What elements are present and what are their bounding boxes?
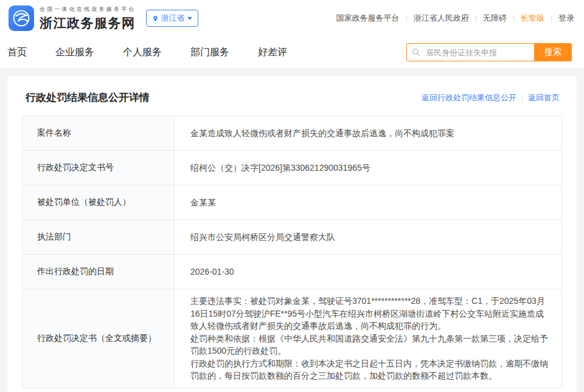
table-row: 行政处罚决定书（全文或摘要）主要违法事实：被处罚对象金某，驾驶证号3701***… bbox=[23, 289, 561, 388]
table-row: 执法部门绍兴市公安局柯桥区分局交通警察大队 bbox=[23, 220, 561, 255]
row-value-paragraph: 金某造成致人轻微伤或者财产损失的交通事故后逃逸，尚不构成犯罪案 bbox=[190, 127, 548, 140]
nav-item-4: 部门服务 bbox=[190, 46, 229, 59]
back-link-1[interactable]: 返回行政处罚结果信息公开 bbox=[422, 92, 516, 103]
nav-link-3[interactable]: 个人服务 bbox=[123, 47, 162, 57]
site-logo-icon[interactable] bbox=[9, 5, 34, 31]
search-icon bbox=[412, 48, 420, 57]
divider: | bbox=[521, 94, 523, 102]
search-button[interactable]: 搜索 bbox=[534, 43, 572, 61]
divider: | bbox=[475, 14, 477, 22]
nav-link-2[interactable]: 企业服务 bbox=[55, 47, 94, 57]
region-label: 浙江省 bbox=[161, 13, 185, 24]
row-label: 案件名称 bbox=[23, 116, 175, 150]
site-header: 全国一体化在线政务服务平台 浙江政务服务网 浙江省 国家政务服务平台|浙江省人民… bbox=[0, 0, 584, 36]
row-value: 绍柯公（交）决字[2026]第330621290031965号 bbox=[175, 151, 561, 185]
top-link-4[interactable]: 长辈版 bbox=[521, 13, 544, 24]
platform-tagline: 全国一体化在线政务服务平台 bbox=[40, 5, 136, 13]
row-value: 金某造成致人轻微伤或者财产损失的交通事故后逃逸，尚不构成犯罪案 bbox=[175, 116, 561, 150]
row-value: 绍兴市公安局柯桥区分局交通警察大队 bbox=[175, 220, 561, 254]
row-value-paragraph: 绍柯公（交）决字[2026]第330621290031965号 bbox=[190, 162, 548, 174]
nav-link-4[interactable]: 部门服务 bbox=[190, 47, 229, 57]
nav-item-2: 企业服务 bbox=[55, 46, 94, 59]
top-link-1[interactable]: 国家政务服务平台 bbox=[336, 13, 400, 24]
divider: | bbox=[551, 14, 552, 22]
card-header: 行政处罚结果信息公开详情 返回行政处罚结果信息公开|返回首页 bbox=[22, 76, 562, 115]
row-value-paragraph: 绍兴市公安局柯桥区分局交通警察大队 bbox=[190, 231, 548, 244]
divider: | bbox=[513, 14, 515, 22]
chevron-down-icon bbox=[187, 17, 192, 20]
row-value-paragraph: 金某某 bbox=[190, 196, 548, 209]
table-row: 被处罚单位（被处罚人）金某某 bbox=[23, 185, 561, 220]
row-value-paragraph: 主要违法事实：被处罚对象金某，驾驶证号3701************28，准驾… bbox=[190, 295, 548, 332]
top-link-2[interactable]: 浙江省人民政府 bbox=[414, 13, 469, 24]
nav-item-3: 个人服务 bbox=[123, 46, 162, 59]
top-links: 国家政务服务平台|浙江省人民政府|无障碍|长辈版|登录 bbox=[336, 13, 575, 24]
row-value: 金某某 bbox=[175, 185, 561, 219]
row-value: 2026-01-30 bbox=[175, 255, 561, 289]
nav-items: 首页企业服务个人服务部门服务好差评 bbox=[7, 46, 287, 59]
back-links: 返回行政处罚结果信息公开|返回首页 bbox=[422, 92, 560, 103]
top-link-3[interactable]: 无障碍 bbox=[483, 13, 507, 24]
detail-table: 案件名称金某造成致人轻微伤或者财产损失的交通事故后逃逸，尚不构成犯罪案行政处罚决… bbox=[22, 115, 562, 388]
table-row: 作出行政处罚的日期2026-01-30 bbox=[23, 255, 561, 289]
logo-text: 全国一体化在线政务服务平台 浙江政务服务网 bbox=[40, 5, 136, 32]
row-value-paragraph: 处罚种类和依据：根据《中华人民共和国道路交通安全法》第九十九条第一款第三项，决定… bbox=[190, 332, 548, 357]
row-label: 被处罚单位（被处罚人） bbox=[23, 185, 175, 219]
region-selector[interactable]: 浙江省 bbox=[146, 10, 198, 27]
page-body: 行政处罚结果信息公开详情 返回行政处罚结果信息公开|返回首页 案件名称金某造成致… bbox=[0, 69, 584, 392]
row-label: 作出行政处罚的日期 bbox=[23, 255, 175, 289]
main-nav: 首页企业服务个人服务部门服务好差评 搜索 bbox=[0, 36, 584, 69]
row-label: 行政处罚决定书（全文或摘要） bbox=[23, 289, 175, 388]
site-search: 搜索 bbox=[406, 43, 572, 61]
row-value-paragraph: 行政处罚的执行方式和期限：收到本决定书之日起十五日内，凭本决定书缴纳罚款，逾期不… bbox=[190, 357, 548, 382]
search-input[interactable] bbox=[425, 47, 529, 58]
row-value-paragraph: 2026-01-30 bbox=[190, 266, 548, 278]
site-name: 浙江政务服务网 bbox=[40, 15, 136, 32]
divider: | bbox=[406, 14, 408, 22]
row-label: 执法部门 bbox=[23, 220, 175, 254]
top-link-5[interactable]: 登录 bbox=[558, 13, 574, 24]
location-pin-icon bbox=[152, 15, 159, 22]
logo-group: 全国一体化在线政务服务平台 浙江政务服务网 浙江省 bbox=[9, 5, 198, 32]
search-field[interactable] bbox=[406, 43, 534, 61]
detail-card: 行政处罚结果信息公开详情 返回行政处罚结果信息公开|返回首页 案件名称金某造成致… bbox=[7, 76, 577, 392]
page-title: 行政处罚结果信息公开详情 bbox=[26, 91, 150, 105]
nav-link-1[interactable]: 首页 bbox=[7, 47, 27, 57]
row-value: 主要违法事实：被处罚对象金某，驾驶证号3701************28，准驾… bbox=[175, 289, 561, 388]
table-row: 案件名称金某造成致人轻微伤或者财产损失的交通事故后逃逸，尚不构成犯罪案 bbox=[23, 116, 561, 151]
nav-link-5[interactable]: 好差评 bbox=[258, 47, 287, 57]
row-label: 行政处罚决定文书号 bbox=[23, 151, 175, 185]
nav-item-1: 首页 bbox=[7, 46, 27, 59]
nav-item-5: 好差评 bbox=[258, 46, 287, 59]
back-link-2[interactable]: 返回首页 bbox=[528, 92, 560, 103]
table-row: 行政处罚决定文书号绍柯公（交）决字[2026]第330621290031965号 bbox=[23, 151, 561, 185]
